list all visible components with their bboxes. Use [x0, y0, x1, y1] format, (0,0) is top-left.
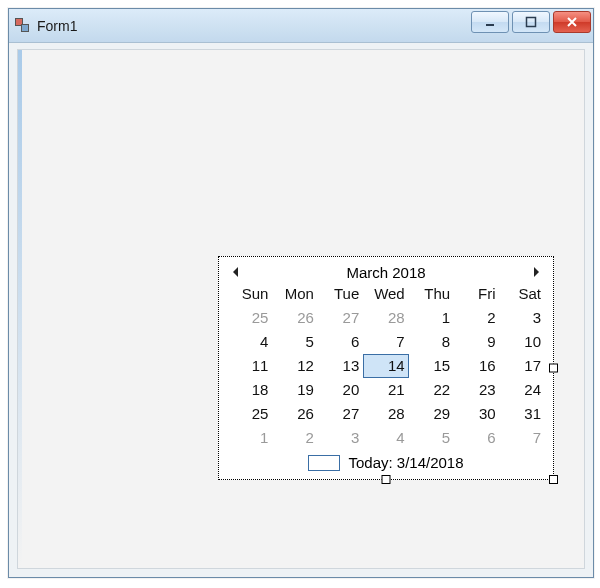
calendar-month-label[interactable]: March 2018 [346, 264, 425, 281]
calendar-day-header: Sun [227, 283, 272, 306]
minimize-button[interactable] [471, 11, 509, 33]
calendar-today-label: Today: 3/14/2018 [348, 454, 463, 471]
calendar-day[interactable]: 4 [227, 330, 272, 354]
calendar-day[interactable]: 2 [454, 306, 499, 330]
calendar-day[interactable]: 20 [318, 378, 363, 402]
next-month-button[interactable] [527, 263, 545, 281]
titlebar[interactable]: Form1 [9, 9, 593, 43]
calendar-day[interactable]: 29 [409, 402, 454, 426]
calendar-day[interactable]: 12 [272, 354, 317, 378]
calendar-day-header: Fri [454, 283, 499, 306]
calendar-day[interactable]: 13 [318, 354, 363, 378]
calendar-day[interactable]: 4 [363, 426, 408, 450]
calendar-day[interactable]: 7 [363, 330, 408, 354]
calendar-day-header: Thu [409, 283, 454, 306]
calendar-day[interactable]: 25 [227, 306, 272, 330]
calendar-today-row[interactable]: Today: 3/14/2018 [219, 450, 553, 477]
calendar-day-header: Mon [272, 283, 317, 306]
calendar-day-header: Sat [500, 283, 545, 306]
chevron-left-icon [232, 267, 240, 277]
close-icon [566, 16, 578, 28]
calendar-day[interactable]: 30 [454, 402, 499, 426]
prev-month-button[interactable] [227, 263, 245, 281]
calendar-day[interactable]: 19 [272, 378, 317, 402]
calendar-grid: SunMonTueWedThuFriSat2526272812345678910… [219, 283, 553, 450]
minimize-icon [484, 16, 496, 28]
calendar-day[interactable]: 5 [272, 330, 317, 354]
chevron-right-icon [532, 267, 540, 277]
resize-handle-corner[interactable] [549, 475, 558, 484]
calendar-day[interactable]: 17 [500, 354, 545, 378]
client-area: March 2018 SunMonTueWedThuFriSat25262728… [17, 49, 585, 569]
calendar-day[interactable]: 5 [409, 426, 454, 450]
calendar-day[interactable]: 21 [363, 378, 408, 402]
resize-handle-bottom[interactable] [382, 475, 391, 484]
calendar-day-header: Tue [318, 283, 363, 306]
calendar-header: March 2018 [219, 257, 553, 283]
calendar-day[interactable]: 6 [318, 330, 363, 354]
calendar-day[interactable]: 28 [363, 306, 408, 330]
window-title: Form1 [37, 18, 77, 34]
calendar-day[interactable]: 18 [227, 378, 272, 402]
calendar-day[interactable]: 15 [409, 354, 454, 378]
month-calendar[interactable]: March 2018 SunMonTueWedThuFriSat25262728… [218, 256, 554, 480]
window-frame: Form1 [8, 8, 594, 578]
calendar-day[interactable]: 28 [363, 402, 408, 426]
maximize-button[interactable] [512, 11, 550, 33]
calendar-day[interactable]: 7 [500, 426, 545, 450]
svg-rect-0 [486, 24, 494, 26]
calendar-day[interactable]: 9 [454, 330, 499, 354]
resize-handle-right[interactable] [549, 364, 558, 373]
calendar-day[interactable]: 25 [227, 402, 272, 426]
calendar-day-selected[interactable]: 14 [363, 354, 408, 378]
calendar-day[interactable]: 22 [409, 378, 454, 402]
calendar-day[interactable]: 23 [454, 378, 499, 402]
calendar-day[interactable]: 31 [500, 402, 545, 426]
svg-rect-1 [527, 18, 536, 27]
calendar-day[interactable]: 26 [272, 306, 317, 330]
today-swatch [308, 455, 340, 471]
calendar-day-header: Wed [363, 283, 408, 306]
calendar-day[interactable]: 26 [272, 402, 317, 426]
window-buttons [471, 11, 591, 33]
calendar-day[interactable]: 8 [409, 330, 454, 354]
calendar-day[interactable]: 24 [500, 378, 545, 402]
calendar-day[interactable]: 27 [318, 402, 363, 426]
calendar-day[interactable]: 2 [272, 426, 317, 450]
app-icon [15, 18, 31, 34]
calendar-day[interactable]: 27 [318, 306, 363, 330]
close-button[interactable] [553, 11, 591, 33]
calendar-day[interactable]: 10 [500, 330, 545, 354]
calendar-day[interactable]: 11 [227, 354, 272, 378]
maximize-icon [525, 16, 537, 28]
calendar-day[interactable]: 1 [227, 426, 272, 450]
calendar-day[interactable]: 3 [500, 306, 545, 330]
calendar-day[interactable]: 1 [409, 306, 454, 330]
calendar-day[interactable]: 16 [454, 354, 499, 378]
calendar-day[interactable]: 6 [454, 426, 499, 450]
calendar-day[interactable]: 3 [318, 426, 363, 450]
